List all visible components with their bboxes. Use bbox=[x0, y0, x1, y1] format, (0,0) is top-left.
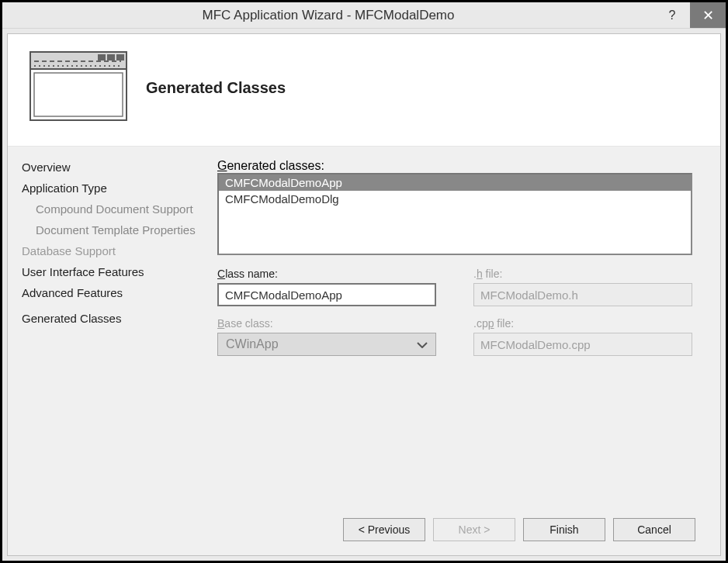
base-class-value: CWinApp bbox=[226, 337, 279, 351]
close-button[interactable]: ✕ bbox=[690, 2, 726, 28]
h-file-input bbox=[473, 283, 692, 306]
wizard-sidebar: Overview Application Type Compound Docum… bbox=[8, 147, 206, 507]
generated-classes-label: Generated classes: bbox=[217, 159, 692, 173]
cpp-file-input bbox=[473, 333, 692, 356]
previous-button[interactable]: < Previous bbox=[343, 518, 425, 541]
sidebar-item-generated-classes[interactable]: Generated Classes bbox=[22, 312, 206, 325]
sidebar-item-doc-template-props[interactable]: Document Template Properties bbox=[22, 223, 206, 237]
chevron-down-icon bbox=[417, 338, 428, 351]
list-item[interactable]: CMFCModalDemoDlg bbox=[219, 191, 691, 207]
wizard-window: MFC Application Wizard - MFCModalDemo ? … bbox=[0, 0, 728, 563]
sidebar-item-application-type[interactable]: Application Type bbox=[22, 181, 206, 195]
next-button: Next > bbox=[433, 518, 515, 541]
wizard-footer: < Previous Next > Finish Cancel bbox=[8, 507, 720, 555]
list-item[interactable]: CMFCModalDemoApp bbox=[219, 174, 691, 191]
wizard-body: Generated Classes Overview Application T… bbox=[7, 33, 721, 556]
help-button[interactable]: ? bbox=[654, 2, 690, 28]
h-file-label: .h file: bbox=[473, 268, 692, 280]
sidebar-item-advanced-features[interactable]: Advanced Features bbox=[22, 286, 206, 299]
wizard-header: Generated Classes bbox=[8, 34, 720, 146]
class-name-input[interactable] bbox=[217, 283, 436, 306]
page-title: Generated Classes bbox=[146, 79, 286, 97]
generated-classes-listbox[interactable]: CMFCModalDemoApp CMFCModalDemoDlg bbox=[217, 173, 692, 255]
sidebar-item-ui-features[interactable]: User Interface Features bbox=[22, 265, 206, 278]
sidebar-item-overview[interactable]: Overview bbox=[22, 161, 206, 174]
close-icon: ✕ bbox=[702, 7, 714, 24]
header-window-icon bbox=[29, 51, 127, 124]
form-row-1: Class name: .h file: bbox=[217, 268, 692, 306]
sidebar-item-database-support[interactable]: Database Support bbox=[22, 244, 206, 257]
window-title: MFC Application Wizard - MFCModalDemo bbox=[2, 8, 654, 23]
svg-rect-4 bbox=[116, 54, 124, 60]
finish-button[interactable]: Finish bbox=[523, 518, 605, 541]
titlebar: MFC Application Wizard - MFCModalDemo ? … bbox=[2, 2, 726, 29]
base-class-select: CWinApp bbox=[217, 333, 436, 356]
sidebar-item-compound-document[interactable]: Compound Document Support bbox=[22, 202, 206, 216]
help-icon: ? bbox=[669, 9, 676, 22]
main-panel: Generated classes: CMFCModalDemoApp CMFC… bbox=[206, 147, 720, 507]
cancel-button[interactable]: Cancel bbox=[613, 518, 695, 541]
titlebar-buttons: ? ✕ bbox=[654, 2, 726, 28]
form-row-2: Base class: CWinApp .cpp file: bbox=[217, 317, 692, 356]
svg-rect-3 bbox=[107, 54, 115, 60]
content-area: Overview Application Type Compound Docum… bbox=[8, 146, 720, 507]
svg-rect-2 bbox=[98, 54, 106, 60]
base-class-label: Base class: bbox=[217, 317, 436, 330]
cpp-file-label: .cpp file: bbox=[473, 317, 692, 330]
svg-rect-7 bbox=[34, 73, 123, 116]
class-name-label: Class name: bbox=[217, 268, 436, 280]
